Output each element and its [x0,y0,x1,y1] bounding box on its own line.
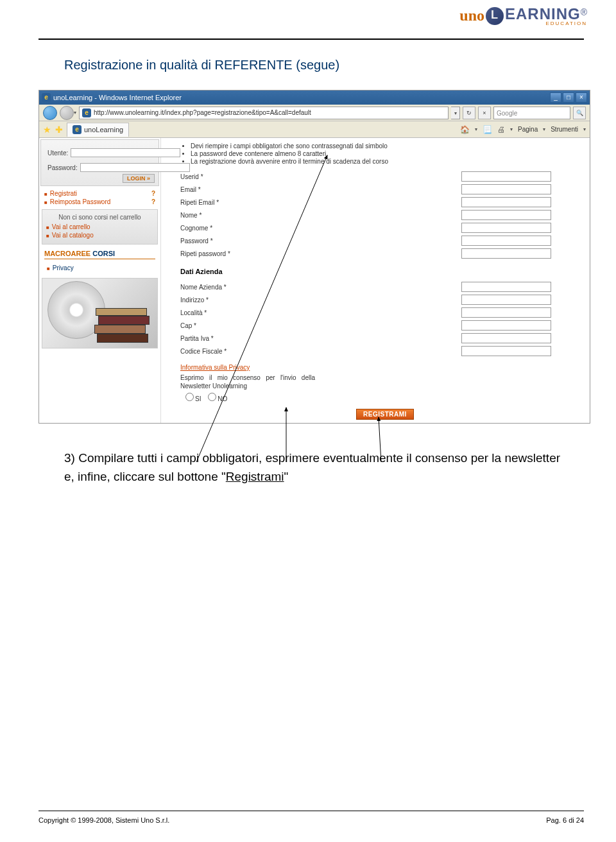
footer-rule [38,811,584,811]
logo-circle-icon [486,7,504,25]
field-label: Cap * [180,322,296,329]
copyright-text: Copyright © 1999-2008, Sistemi Uno S.r.l… [38,816,169,824]
logo-registered: ® [581,7,587,17]
minimize-button[interactable]: _ [550,92,561,103]
field-label: Password * [180,237,296,245]
privacy-link[interactable]: Informativa sulla Privacy [180,364,551,371]
books-icon [94,304,152,343]
consent-no-radio[interactable] [208,393,216,401]
cognome-input[interactable] [461,223,551,233]
feed-icon[interactable]: 📃 [483,125,492,134]
field-label: Nome * [180,212,296,219]
header-rule [38,39,584,40]
page-footer: Copyright © 1999-2008, Sistemi Uno S.r.l… [38,816,584,824]
privacy-item[interactable]: ■Privacy [47,264,153,271]
ie-logo-icon: e [42,93,51,102]
instruction-text: 3) Compilare tutti i campi obbligatori, … [64,449,565,486]
field-label: Email * [180,186,296,193]
refresh-button[interactable]: ↻ [463,107,475,119]
window-controls: _ □ × [550,92,587,103]
utente-label: Utente: [47,150,68,157]
login-button[interactable]: LOGIN » [123,174,155,183]
password-field[interactable] [461,236,551,246]
favorites-icon[interactable]: ★ [43,125,51,135]
ie-address-bar: ▾ ehttp://www.unolearning.it/index.php?p… [39,105,590,121]
home-icon[interactable]: 🏠 [460,125,470,134]
window-title: unoLearning - Windows Internet Explorer [53,94,182,101]
codice-fiscale-input[interactable] [461,346,551,356]
tools-menu[interactable]: Strumenti [551,126,578,133]
field-label: Userid * [180,173,296,180]
cart-box: Non ci sono corsi nel carrello ■Vai al c… [42,209,158,245]
nome-input[interactable] [461,210,551,220]
logo-earning: EARNING [505,5,581,22]
field-label: Località * [180,309,296,316]
field-label: Cognome * [180,225,296,232]
list-item: La password deve contenere almeno 8 cara… [191,150,551,157]
ie-tab-bar: ★ ✚ e unoLearning 🏠▾ 📃 🖨▾ Pagina▾ Strume… [39,121,590,138]
page-header-logo: uno EARNING® EDUCATION [459,5,587,26]
back-button[interactable] [43,106,57,120]
field-label: Partita Iva * [180,335,296,342]
consent-si-radio[interactable] [185,393,194,401]
partita-iva-input[interactable] [461,333,551,343]
macroaree-header: MACROAREE CORSI [44,250,155,257]
ripeti-email-input[interactable] [461,197,551,207]
login-box: Utente: Password: LOGIN » [40,139,159,186]
list-item: La registrazione dovrà avvenire entro il… [191,158,551,165]
registrati-link[interactable]: ■Registrati? [44,190,155,197]
page-number: Pag. 6 di 24 [546,816,584,824]
consent-text: Esprimo il mio consenso per l'invio dell… [180,374,315,390]
print-icon[interactable]: 🖨 [497,125,505,134]
dati-azienda-header: Dati Azienda [180,268,551,275]
forward-button[interactable]: ▾ [60,106,76,120]
embedded-screenshot: e unoLearning - Windows Internet Explore… [38,90,590,424]
browser-tab[interactable]: e unoLearning [67,123,129,137]
registrami-button[interactable]: REGISTRAMI [356,409,414,420]
field-label: Ripeti password * [180,250,296,257]
indirizzo-input[interactable] [461,295,551,305]
decorative-image [42,278,158,348]
page-menu[interactable]: Pagina [518,126,538,133]
add-favorite-icon[interactable]: ✚ [55,125,63,135]
registrami-reference: Registrami [226,470,284,483]
userid-input[interactable] [461,171,551,182]
field-label: Codice Fiscale * [180,348,296,355]
ripeti-password-field[interactable] [461,248,551,259]
instructions-list: Devi riempire i campi obbligatori che so… [191,142,551,165]
field-label: Nome Azienda * [180,284,296,291]
ie-titlebar: e unoLearning - Windows Internet Explore… [39,90,590,105]
password-label: Password: [47,164,78,171]
tab-favicon-icon: e [73,125,81,134]
help-icon[interactable]: ? [151,190,155,197]
cart-empty-text: Non ci sono corsi nel carrello [46,214,153,221]
logo-uno: uno [459,7,484,24]
consent-radios: SI NO [180,393,551,402]
maximize-button[interactable]: □ [563,92,574,103]
stop-button[interactable]: × [478,107,491,119]
search-input[interactable]: Google [493,107,570,119]
url-input[interactable]: ehttp://www.unolearning.it/index.php?pag… [79,107,449,119]
help-icon[interactable]: ? [151,198,155,205]
sidebar: Utente: Password: LOGIN » ■Registrati? ■… [39,138,161,423]
main-form: Devi riempire i campi obbligatori che so… [161,138,590,423]
page-content: Utente: Password: LOGIN » ■Registrati? ■… [39,138,590,423]
vai-catalogo-link[interactable]: ■Vai al catalogo [46,232,153,239]
field-label: Ripeti Email * [180,199,296,206]
tab-label: unoLearning [84,126,123,133]
search-button[interactable]: 🔍 [573,107,586,119]
close-button[interactable]: × [576,92,587,103]
nome-azienda-input[interactable] [461,282,551,292]
list-item: Devi riempire i campi obbligatori che so… [191,142,551,150]
reimposta-link[interactable]: ■Reimposta Password? [44,198,155,205]
url-dropdown[interactable]: ▾ [451,107,460,119]
vai-carrello-link[interactable]: ■Vai al carrello [46,223,153,230]
email-input[interactable] [461,184,551,194]
cap-input[interactable] [461,320,551,331]
localita-input[interactable] [461,307,551,318]
field-label: Indirizzo * [180,296,296,304]
section-title: Registrazione in qualità di REFERENTE (s… [64,58,339,73]
